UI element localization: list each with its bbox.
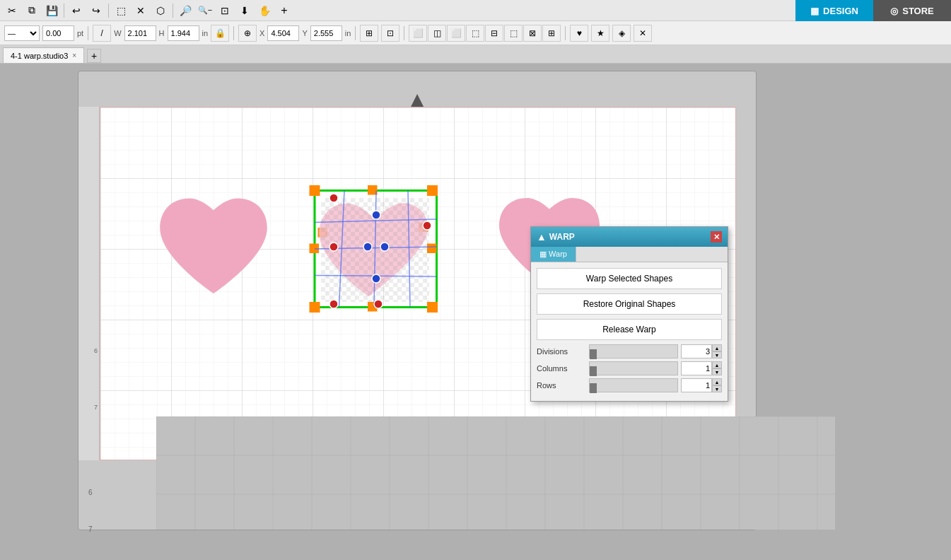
design-mode-button[interactable]: ▦ DESIGN [795, 0, 873, 21]
width-input[interactable] [124, 25, 156, 41]
warp-tabs: ▦ Warp [531, 247, 728, 262]
warp-titlebar-left: ▲ WARP [537, 231, 575, 243]
x-input[interactable] [267, 25, 299, 41]
top-toolbar: ▦ DESIGN ◎ STORE ✂ ⧉ 💾 ↩ ↪ ⬚ ✕ ⬡ 🔎 🔍− ⊡ … [0, 0, 951, 21]
align-top-button[interactable]: ⬚ [466, 25, 484, 42]
columns-slider[interactable] [589, 361, 678, 375]
lock-ratio-button[interactable]: 🔒 [211, 25, 229, 42]
zoom-fit-tool[interactable]: ⊡ [216, 2, 234, 19]
copy-tool[interactable]: ⧉ [23, 2, 41, 19]
svg-point-24 [329, 194, 338, 202]
line-width-input[interactable] [42, 25, 74, 41]
warp-selected-shapes-button[interactable]: Warp Selected Shapes [537, 268, 722, 289]
unit2-label: in [202, 29, 209, 37]
ruler-left: 6 7 [78, 107, 100, 460]
svg-rect-3 [310, 185, 320, 196]
align-h-dist-button[interactable]: ⊠ [523, 25, 542, 42]
columns-value-display: 1 [681, 361, 712, 375]
align-bottom-button[interactable]: ⬚ [504, 25, 523, 42]
w-label: W [114, 29, 121, 37]
svg-point-25 [329, 243, 338, 251]
undo-tool[interactable]: ↩ [67, 2, 86, 19]
warp-minimize-button[interactable]: ▲ [537, 231, 547, 243]
zoom-in-tool[interactable]: 🔎 [176, 2, 194, 19]
expand-icon-button[interactable]: ⊡ [381, 25, 399, 42]
tab-bar: 4-1 warp.studio3 × + [0, 45, 951, 64]
divisions-slider[interactable] [589, 344, 678, 358]
release-warp-button[interactable]: Release Warp [537, 319, 722, 340]
columns-down[interactable]: ▼ [712, 368, 722, 375]
divisions-down[interactable]: ▼ [712, 351, 722, 358]
close-icon: ✕ [713, 233, 720, 242]
columns-spinner[interactable]: ▲ ▼ [712, 361, 722, 375]
restore-original-shapes-button[interactable]: Restore Original Shapes [537, 293, 722, 315]
add-point-tool[interactable]: + [275, 2, 293, 19]
pan-down-tool[interactable]: ⬇ [235, 2, 254, 19]
heart-shape-button[interactable]: ♥ [570, 25, 588, 42]
align-v-dist-button[interactable]: ⊞ [542, 25, 561, 42]
height-input[interactable] [168, 25, 199, 41]
mode-buttons-container: ▦ DESIGN ◎ STORE [795, 0, 951, 21]
position-icon[interactable]: ⊕ [238, 25, 257, 42]
warp-panel: ▲ WARP ✕ ▦ Warp Warp Selected Shapes Res… [530, 226, 728, 402]
divider-props2 [233, 26, 234, 40]
3d-object-button[interactable]: ◈ [612, 25, 631, 42]
warp-icon: ▦ [539, 250, 547, 258]
svg-point-21 [363, 243, 372, 251]
store-mode-button[interactable]: ◎ STORE [873, 0, 951, 21]
y-input[interactable] [310, 25, 342, 41]
align-left-button[interactable]: ⬜ [409, 25, 427, 42]
grid-number-7: 7 [88, 525, 93, 533]
contour-tool[interactable]: ⬡ [151, 2, 170, 19]
divisions-label: Divisions [537, 347, 586, 356]
rows-slider[interactable] [589, 378, 678, 392]
rows-down[interactable]: ▼ [712, 385, 722, 392]
grid-number-6: 6 [88, 489, 93, 496]
divisions-spinner[interactable]: ▲ ▼ [712, 344, 722, 358]
redo-tool[interactable]: ↪ [87, 2, 105, 19]
divisions-value: 3 [706, 347, 710, 356]
line-style-select[interactable]: — [4, 25, 40, 41]
cut-tool[interactable]: ✂ [3, 2, 21, 19]
align-section: ⬜ ◫ ⬜ ⬚ ⊟ ⬚ ⊠ ⊞ [409, 25, 561, 42]
warped-heart-svg[interactable] [305, 185, 447, 313]
columns-up[interactable]: ▲ [712, 361, 722, 368]
divider-props5 [565, 26, 566, 40]
delete-button[interactable]: ✕ [634, 25, 652, 42]
bottom-grid [156, 416, 835, 530]
save-tool[interactable]: 💾 [42, 2, 61, 19]
rows-value-display: 1 [681, 378, 712, 392]
bottom-grid-svg [156, 416, 835, 530]
restore-label: Restore Original Shapes [583, 299, 676, 309]
select-all-tool[interactable]: ⬚ [112, 2, 130, 19]
svg-point-27 [374, 300, 383, 308]
warp-tab-label: Warp [549, 250, 567, 258]
svg-rect-32 [156, 416, 835, 530]
rows-thumb [590, 383, 597, 393]
warp-content: Warp Selected Shapes Restore Original Sh… [531, 262, 728, 401]
pan-tool[interactable]: ✋ [255, 2, 274, 19]
release-label: Release Warp [602, 325, 656, 334]
deselect-tool[interactable]: ✕ [132, 2, 150, 19]
warp-close-button[interactable]: ✕ [711, 231, 722, 243]
divisions-up[interactable]: ▲ [712, 344, 722, 351]
zoom-out-tool[interactable]: 🔍− [196, 2, 214, 19]
line-angle-button[interactable]: / [93, 25, 111, 42]
warp-tab-warp[interactable]: ▦ Warp [531, 247, 576, 262]
rows-spinner[interactable]: ▲ ▼ [712, 378, 722, 392]
store-icon: ◎ [890, 6, 898, 16]
tab-name: 4-1 warp.studio3 [11, 52, 68, 60]
align-right-button[interactable]: ⬜ [447, 25, 465, 42]
file-tab[interactable]: 4-1 warp.studio3 × [3, 47, 84, 63]
x-label: X [259, 29, 264, 37]
divider-props [88, 26, 88, 40]
pt-unit-label: pt [77, 29, 83, 37]
new-tab-button[interactable]: + [87, 49, 101, 63]
align-center-v-button[interactable]: ⊟ [485, 25, 503, 42]
star-shape-button[interactable]: ★ [591, 25, 609, 42]
grid-icon-button[interactable]: ⊞ [360, 25, 378, 42]
svg-point-20 [372, 211, 380, 219]
align-center-h-button[interactable]: ◫ [428, 25, 446, 42]
tab-close-button[interactable]: × [72, 52, 76, 59]
rows-up[interactable]: ▲ [712, 378, 722, 385]
